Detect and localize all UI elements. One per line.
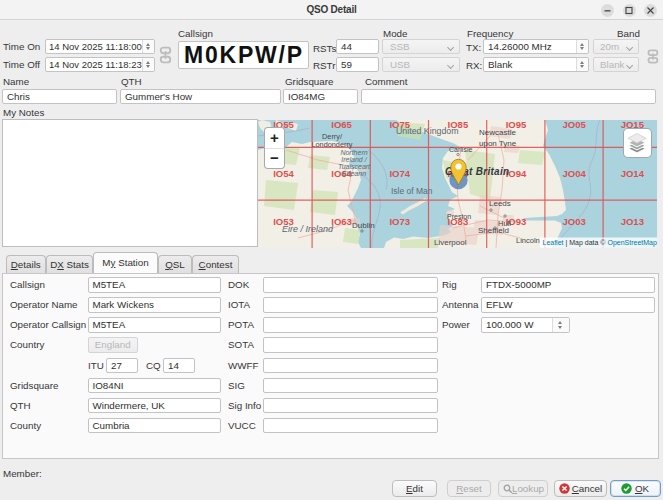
svg-text:IO74: IO74 xyxy=(389,168,410,179)
svg-text:Preston: Preston xyxy=(447,213,471,220)
svg-text:Leeds: Leeds xyxy=(489,199,511,208)
svg-text:Sheffield: Sheffield xyxy=(478,226,509,235)
svg-text:Leaflet | Map data © OpenStree: Leaflet | Map data © OpenStreetMap xyxy=(543,239,658,247)
svg-text:upon Tyne: upon Tyne xyxy=(479,139,517,148)
svg-text:IO54: IO54 xyxy=(273,168,294,179)
svg-text:Carlisle: Carlisle xyxy=(449,146,472,153)
svg-text:Lincoln: Lincoln xyxy=(516,236,540,245)
svg-text:Northern: Northern xyxy=(340,149,367,156)
svg-text:Tuaisceart: Tuaisceart xyxy=(338,163,371,170)
svg-text:IO65: IO65 xyxy=(331,120,352,130)
svg-text:IO63: IO63 xyxy=(331,216,352,227)
svg-text:United Kingdom: United Kingdom xyxy=(396,126,459,136)
svg-text:JO14: JO14 xyxy=(621,168,645,179)
svg-text:Liverpool: Liverpool xyxy=(434,238,467,247)
svg-text:JO04: JO04 xyxy=(563,168,587,179)
svg-text:JO13: JO13 xyxy=(621,216,644,227)
svg-text:Éireann: Éireann xyxy=(342,169,366,177)
svg-text:IO73: IO73 xyxy=(389,216,410,227)
svg-text:Dublin: Dublin xyxy=(352,221,375,230)
svg-text:JO03: JO03 xyxy=(563,216,586,227)
svg-text:Ireland /: Ireland / xyxy=(341,156,367,163)
svg-text:JO05: JO05 xyxy=(563,120,587,130)
svg-text:Éire / Ireland: Éire / Ireland xyxy=(282,224,334,234)
svg-text:Isle of Man: Isle of Man xyxy=(391,186,433,196)
svg-text:Newcastle: Newcastle xyxy=(479,128,516,137)
